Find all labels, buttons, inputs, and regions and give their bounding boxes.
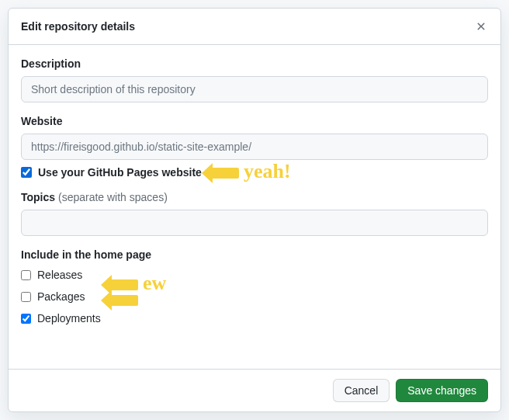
deployments-row: Deployments xyxy=(21,312,488,325)
topics-input[interactable] xyxy=(21,210,488,236)
packages-checkbox[interactable] xyxy=(21,292,31,302)
annotation-yeah: yeah! xyxy=(211,160,291,183)
close-icon xyxy=(475,20,487,33)
github-pages-label: Use your GitHub Pages website xyxy=(38,166,202,179)
arrow-icon xyxy=(110,295,138,306)
github-pages-row: Use your GitHub Pages website yeah! xyxy=(21,166,488,179)
releases-checkbox[interactable] xyxy=(21,270,31,280)
annotation-ew-arrow2 xyxy=(110,287,143,311)
releases-row: Releases ew xyxy=(21,269,488,281)
save-button[interactable]: Save changes xyxy=(396,379,488,402)
arrow-icon xyxy=(110,279,138,290)
description-group: Description xyxy=(21,57,488,102)
modal-body: Description Website Use your GitHub Page… xyxy=(9,45,500,369)
packages-label: Packages xyxy=(37,290,85,303)
github-pages-checkbox[interactable] xyxy=(21,167,32,178)
modal-footer: Cancel Save changes xyxy=(9,369,500,411)
include-heading: Include in the home page xyxy=(21,248,488,261)
include-section: Include in the home page Releases ew Pac… xyxy=(21,248,488,325)
deployments-label: Deployments xyxy=(37,312,101,325)
deployments-checkbox[interactable] xyxy=(21,314,31,324)
releases-label: Releases xyxy=(37,269,82,281)
modal-title: Edit repository details xyxy=(21,20,135,33)
topics-group: Topics (separate with spaces) xyxy=(21,191,488,236)
website-label: Website xyxy=(21,115,488,127)
close-button[interactable] xyxy=(474,19,488,33)
topics-hint: (separate with spaces) xyxy=(58,191,168,203)
arrow-icon xyxy=(211,168,239,179)
topics-label: Topics (separate with spaces) xyxy=(21,191,488,203)
description-input[interactable] xyxy=(21,76,488,102)
cancel-button[interactable]: Cancel xyxy=(333,379,390,402)
edit-repo-modal: Edit repository details Description Webs… xyxy=(8,8,501,412)
description-label: Description xyxy=(21,57,488,70)
website-group: Website Use your GitHub Pages website ye… xyxy=(21,115,488,179)
packages-row: Packages xyxy=(21,290,488,303)
website-input[interactable] xyxy=(21,134,488,160)
modal-header: Edit repository details xyxy=(9,9,500,45)
